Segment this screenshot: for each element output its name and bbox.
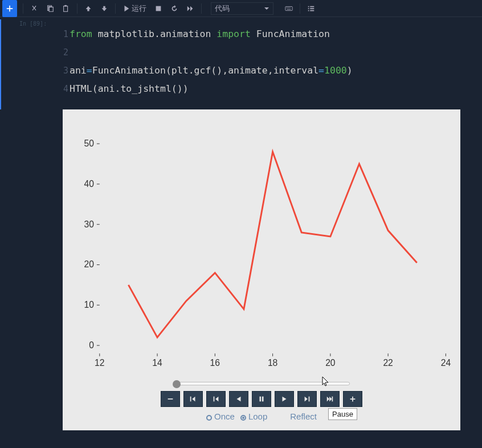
- svg-rect-34: [168, 398, 173, 400]
- svg-text:0: 0: [89, 340, 94, 350]
- run-button[interactable]: 运行: [119, 2, 150, 15]
- svg-text:20: 20: [84, 259, 95, 269]
- paste-button[interactable]: [59, 2, 73, 15]
- last-frame-button[interactable]: [320, 391, 340, 407]
- cell-prompt: In [89]:: [16, 19, 63, 109]
- stop-button[interactable]: [151, 2, 166, 15]
- pause-button[interactable]: [252, 391, 271, 407]
- svg-rect-37: [260, 397, 262, 402]
- svg-rect-1: [64, 5, 67, 6]
- svg-rect-5: [288, 7, 289, 8]
- mode-reflect[interactable]: Reflect: [301, 412, 317, 421]
- svg-text:22: 22: [383, 358, 393, 368]
- svg-text:40: 40: [84, 179, 95, 189]
- list-icon[interactable]: [304, 2, 318, 15]
- cursor-icon: [321, 376, 330, 388]
- svg-rect-39: [309, 397, 310, 402]
- svg-rect-0: [64, 6, 68, 11]
- cell-output: 1214161820222401020304050 Once Loop Paus…: [63, 109, 460, 430]
- mode-loop[interactable]: Loop: [240, 412, 267, 421]
- svg-text:20: 20: [325, 358, 336, 368]
- play-button[interactable]: [275, 391, 294, 407]
- line-chart: 1214161820222401020304050: [66, 116, 457, 378]
- svg-text:50: 50: [84, 139, 95, 148]
- svg-text:10: 10: [84, 300, 95, 309]
- mode-once[interactable]: Once: [206, 412, 235, 421]
- cell-type-select[interactable]: 代码: [211, 2, 273, 15]
- move-up-button[interactable]: [81, 2, 96, 15]
- svg-rect-38: [262, 397, 264, 402]
- next-frame-button[interactable]: [297, 391, 317, 407]
- copy-button[interactable]: [43, 2, 58, 15]
- play-reverse-button[interactable]: [229, 391, 248, 407]
- pause-tooltip: Pause: [328, 408, 357, 420]
- svg-text:12: 12: [95, 358, 104, 368]
- insert-cell-button[interactable]: [2, 0, 17, 17]
- code-editor[interactable]: 1from matplotlib.animation import FuncAn…: [63, 19, 482, 109]
- keyboard-icon[interactable]: [281, 2, 296, 15]
- code-cell: In [89]: 1from matplotlib.animation impo…: [0, 17, 482, 109]
- svg-rect-4: [287, 7, 288, 8]
- svg-text:18: 18: [268, 358, 278, 368]
- animation-controls: [66, 389, 457, 409]
- loop-mode-radios: Once Loop Pause Reflect: [66, 409, 457, 423]
- svg-rect-3: [285, 6, 292, 10]
- restart-button[interactable]: [167, 2, 182, 15]
- svg-rect-6: [289, 7, 291, 8]
- fast-forward-button[interactable]: [183, 2, 198, 15]
- svg-rect-2: [156, 6, 161, 11]
- prev-frame-button[interactable]: [206, 391, 226, 407]
- svg-rect-35: [190, 397, 191, 402]
- move-down-button[interactable]: [97, 2, 112, 15]
- svg-text:14: 14: [152, 358, 162, 368]
- slider-thumb[interactable]: [173, 380, 181, 388]
- svg-rect-36: [214, 397, 215, 402]
- slower-button[interactable]: [161, 391, 180, 407]
- run-label: 运行: [132, 3, 146, 14]
- svg-text:24: 24: [441, 358, 451, 368]
- notebook-toolbar: 运行 代码: [0, 0, 482, 17]
- svg-text:30: 30: [84, 219, 95, 229]
- svg-rect-7: [287, 9, 291, 9]
- chart-container: 1214161820222401020304050: [66, 116, 457, 378]
- svg-rect-40: [332, 397, 333, 402]
- cell-type-label: 代码: [215, 3, 230, 14]
- faster-button[interactable]: [343, 391, 362, 407]
- cut-button[interactable]: [27, 2, 42, 15]
- first-frame-button[interactable]: [183, 391, 203, 407]
- svg-text:16: 16: [210, 358, 220, 368]
